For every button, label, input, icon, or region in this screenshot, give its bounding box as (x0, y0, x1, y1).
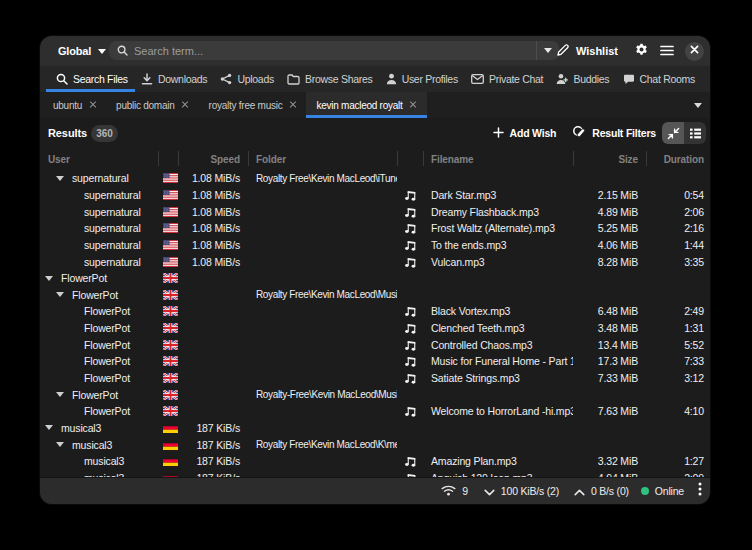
expander-triangle-icon[interactable] (45, 425, 53, 430)
column-separator (248, 151, 249, 166)
result-file-row[interactable]: musical3187 KiB/sAmazing Plan.mp33.32 Mi… (40, 453, 710, 470)
treelist-toggle-button[interactable] (684, 122, 706, 144)
user-name: FlowerPot (84, 322, 130, 334)
expander-triangle-icon[interactable] (56, 442, 64, 447)
status-bar: 9 100 KiB/s (2) 0 B/s (0) Online (40, 477, 710, 504)
search-input[interactable]: Search term... (109, 41, 536, 60)
result-file-row[interactable]: musical3187 KiB/sAnguish 120 loop.mp34.9… (40, 470, 710, 477)
upload-rate-status[interactable]: 0 B/s (0) (574, 482, 629, 500)
tab-list-dropdown[interactable] (694, 92, 702, 118)
download-rate-status[interactable]: 100 KiB/s (2) (484, 482, 559, 500)
country-flag-us-icon (163, 190, 178, 200)
file-duration: 2:49 (646, 305, 710, 317)
search-tab-public-domain[interactable]: public domain (106, 92, 198, 118)
file-duration: 3:12 (646, 372, 710, 384)
main-tab-private-chat[interactable]: Private Chat (469, 66, 545, 92)
result-file-row[interactable]: FlowerPotClenched Teeth.mp33.48 MiB1:31 (40, 320, 710, 337)
connection-status[interactable]: Online (641, 485, 684, 497)
search-tab-ubuntu[interactable]: ubuntu (43, 92, 106, 118)
user-name: supernatural (72, 172, 129, 184)
column-header-speed[interactable]: Speed (178, 154, 248, 165)
result-folder-row[interactable]: FlowerPotRoyalty Free\Kevin MacLeod\Musi… (40, 286, 710, 303)
expander-triangle-icon[interactable] (56, 176, 64, 181)
collapse-toggle-button[interactable] (662, 122, 684, 144)
music-note-icon (404, 455, 416, 467)
column-header-size[interactable]: Size (573, 154, 646, 165)
preferences-button[interactable] (635, 42, 648, 60)
folder-icon (287, 74, 300, 85)
column-header-duration[interactable]: Duration (646, 154, 710, 165)
result-user-row[interactable]: musical3187 KiB/s (40, 420, 710, 437)
statusbar-menu-button[interactable] (698, 482, 702, 500)
add-wish-button[interactable]: Add Wish (493, 124, 557, 142)
main-tab-browse-shares[interactable]: Browse Shares (285, 66, 374, 92)
column-separator (573, 151, 574, 166)
speed-value: 1.08 MiB/s (178, 222, 248, 234)
main-tab-buddies[interactable]: Buddies (554, 66, 611, 92)
main-tab-chat-rooms[interactable]: Chat Rooms (621, 66, 697, 92)
speed-value: 1.08 MiB/s (178, 256, 248, 268)
user-name: FlowerPot (61, 272, 107, 284)
result-file-row[interactable]: supernatural1.08 MiB/sDreamy Flashback.m… (40, 203, 710, 220)
connections-count: 9 (462, 485, 468, 497)
column-header-user[interactable]: User (40, 154, 158, 165)
main-tab-label: Chat Rooms (640, 73, 695, 85)
chevron-up-icon (574, 482, 585, 500)
search-tab-kevin-macleod-royalt[interactable]: kevin macleod royalt (306, 92, 426, 118)
country-flag-gb-icon (163, 273, 178, 283)
result-file-row[interactable]: FlowerPotSatiate Strings.mp37.33 MiB3:12 (40, 370, 710, 387)
main-tab-downloads[interactable]: Downloads (139, 66, 209, 92)
country-flag-gb-icon (163, 323, 178, 333)
result-file-row[interactable]: FlowerPotControlled Chaos.mp313.4 MiB5:5… (40, 336, 710, 353)
result-file-row[interactable]: FlowerPotBlack Vortex.mp36.48 MiB2:49 (40, 303, 710, 320)
user-name: FlowerPot (72, 289, 118, 301)
main-tab-uploads[interactable]: Uploads (218, 66, 275, 92)
buddy-icon (556, 73, 568, 85)
music-note-icon (404, 305, 416, 317)
close-tab-icon[interactable] (89, 102, 96, 109)
result-file-row[interactable]: supernatural1.08 MiB/sFrost Waltz (Alter… (40, 220, 710, 237)
result-file-row[interactable]: FlowerPotWelcome to HorrorLand -hi.mp37.… (40, 403, 710, 420)
share-icon (220, 73, 232, 85)
search-tab-royalty-free-music[interactable]: royalty free music (199, 92, 307, 118)
user-name: supernatural (84, 206, 141, 218)
result-file-row[interactable]: supernatural1.08 MiB/sVulcan.mp38.28 MiB… (40, 253, 710, 270)
download-rate-label: 100 KiB/s (2) (501, 485, 559, 497)
result-filters-button[interactable]: Result Filters (572, 124, 656, 142)
result-folder-row[interactable]: FlowerPotRoyalty-Free\Kevin MacLeod\Musi… (40, 386, 710, 403)
expander-triangle-icon[interactable] (56, 292, 64, 297)
file-name: Music for Funeral Home - Part 11.mp3 (423, 355, 573, 367)
main-tab-user-profiles[interactable]: User Profiles (384, 66, 460, 92)
result-folder-row[interactable]: supernatural1.08 MiB/sRoyalty Free\Kevin… (40, 170, 710, 187)
speed-value: 187 KiB/s (178, 455, 248, 467)
column-header-folder[interactable]: Folder (248, 154, 397, 165)
result-file-row[interactable]: supernatural1.08 MiB/sDark Star.mp32.15 … (40, 187, 710, 204)
window-close-button[interactable] (685, 42, 704, 61)
expander-triangle-icon[interactable] (45, 276, 53, 281)
close-tab-icon[interactable] (182, 102, 189, 109)
main-tab-search-files[interactable]: Search Files (46, 66, 130, 92)
search-scope-dropdown[interactable]: Global (58, 45, 106, 57)
connections-status[interactable]: 9 (441, 482, 468, 500)
column-header-filename[interactable]: Filename (423, 154, 573, 165)
country-flag-gb-icon (163, 390, 178, 400)
speed-value: 1.08 MiB/s (178, 206, 248, 218)
search-history-dropdown[interactable] (536, 41, 559, 60)
country-flag-us-icon (163, 257, 178, 267)
music-note-icon (404, 405, 416, 417)
file-duration: 2:16 (646, 222, 710, 234)
music-note-icon (404, 206, 416, 218)
search-combo: Search term... (109, 41, 559, 60)
main-menu-button[interactable] (660, 42, 674, 60)
music-note-icon (404, 355, 416, 367)
user-name: musical3 (84, 455, 124, 467)
result-folder-row[interactable]: musical3187 KiB/sRoyalty Free\Kevin MacL… (40, 436, 710, 453)
wishlist-button[interactable]: Wishlist (557, 42, 618, 60)
close-tab-icon[interactable] (410, 102, 417, 109)
result-file-row[interactable]: supernatural1.08 MiB/sTo the ends.mp34.0… (40, 237, 710, 254)
expander-triangle-icon[interactable] (56, 392, 64, 397)
view-toggle-group (662, 122, 706, 144)
result-file-row[interactable]: FlowerPotMusic for Funeral Home - Part 1… (40, 353, 710, 370)
result-user-row[interactable]: FlowerPot (40, 270, 710, 287)
close-tab-icon[interactable] (289, 102, 296, 109)
